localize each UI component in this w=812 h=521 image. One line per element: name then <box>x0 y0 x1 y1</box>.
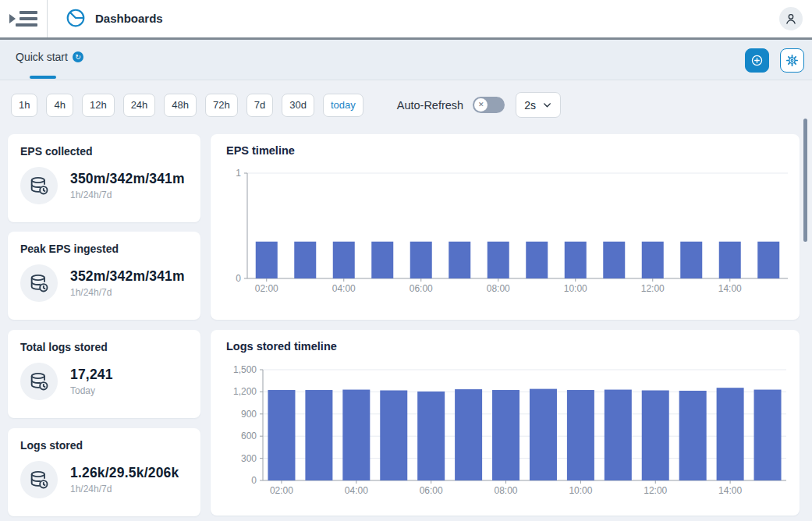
svg-text:06:00: 06:00 <box>410 283 433 294</box>
card-value: 350m/342m/341m <box>70 171 185 187</box>
card-title: Peak EPS ingested <box>20 243 188 255</box>
eps-timeline-panel: 0102:0004:0006:0008:0010:0012:0014:00 EP… <box>211 134 800 320</box>
svg-text:04:00: 04:00 <box>332 283 356 294</box>
refresh-interval-select[interactable]: 2s <box>516 92 561 118</box>
svg-text:10:00: 10:00 <box>569 485 592 496</box>
range-button-today[interactable]: today <box>323 94 363 117</box>
card-subtext: Today <box>70 385 113 396</box>
card-title: Logs stored <box>20 439 188 452</box>
logs-stored-timeline-chart: 03006009001,2001,50002:0004:0006:0008:00… <box>211 330 800 516</box>
card-logs-stored: Logs stored 1.26k/29.5k/206k 1h/24h/7d <box>8 428 200 516</box>
card-value: 352m/342m/341m <box>70 268 185 285</box>
vertical-scrollbar-thumb[interactable] <box>803 119 807 242</box>
live-refresh-badge-icon: ↻ <box>73 51 83 62</box>
svg-text:14:00: 14:00 <box>718 283 742 294</box>
svg-text:0: 0 <box>236 273 241 284</box>
range-button-1h[interactable]: 1h <box>11 94 37 117</box>
svg-text:1,500: 1,500 <box>233 364 257 375</box>
range-button-30d[interactable]: 30d <box>282 94 314 117</box>
svg-text:300: 300 <box>241 453 257 464</box>
svg-text:14:00: 14:00 <box>718 485 742 496</box>
range-button-72h[interactable]: 72h <box>205 94 238 117</box>
auto-refresh-label: Auto-Refresh <box>397 99 463 112</box>
range-button-48h[interactable]: 48h <box>164 94 197 117</box>
database-clock-icon <box>20 167 58 204</box>
header-divider <box>47 0 48 37</box>
svg-text:900: 900 <box>241 409 257 420</box>
tab-quick-start[interactable]: Quick start ↻ <box>16 51 83 63</box>
svg-text:12:00: 12:00 <box>641 283 665 294</box>
user-icon <box>784 11 798 27</box>
range-button-7d[interactable]: 7d <box>246 94 273 117</box>
page-title: Dashboards <box>95 12 163 25</box>
card-subtext: 1h/24h/7d <box>70 190 185 200</box>
svg-text:10:00: 10:00 <box>564 283 587 294</box>
range-button-12h[interactable]: 12h <box>82 94 115 117</box>
card-value: 1.26k/29.5k/206k <box>70 465 179 481</box>
svg-text:1,200: 1,200 <box>233 386 257 397</box>
add-dashboard-button[interactable] <box>745 48 769 73</box>
svg-text:06:00: 06:00 <box>420 485 443 496</box>
card-value: 17,241 <box>70 367 113 383</box>
user-avatar-button[interactable] <box>779 7 803 30</box>
card-title: Total logs stored <box>20 341 188 353</box>
time-range-toolbar: 1h 4h 12h 24h 48h 72h 7d 30d today Auto-… <box>11 92 561 118</box>
card-peak-eps-ingested: Peak EPS ingested 352m/342m/341m 1h/24h/… <box>8 232 200 320</box>
svg-text:08:00: 08:00 <box>495 485 518 496</box>
svg-text:04:00: 04:00 <box>345 485 368 496</box>
card-eps-collected: EPS collected 350m/342m/341m 1h/24h/7d <box>8 134 200 222</box>
gear-icon <box>785 53 799 68</box>
active-tab-indicator <box>30 76 56 79</box>
top-header: Dashboards <box>0 0 812 37</box>
chart-title: EPS timeline <box>226 144 295 157</box>
sidebar-toggle-button[interactable] <box>9 9 37 29</box>
range-button-4h[interactable]: 4h <box>46 94 73 117</box>
app-window: Dashboards Quick start ↻ <box>0 0 812 521</box>
svg-text:600: 600 <box>241 431 257 441</box>
svg-text:1: 1 <box>236 168 241 179</box>
database-clock-icon <box>20 461 58 498</box>
tab-label: Quick start <box>16 51 68 63</box>
range-button-24h[interactable]: 24h <box>123 94 156 117</box>
database-clock-icon <box>20 264 58 302</box>
tab-actions <box>745 48 804 73</box>
circle-plus-icon <box>750 53 764 68</box>
auto-refresh-toggle[interactable]: ✕ <box>473 97 505 113</box>
database-clock-icon <box>20 363 58 400</box>
chart-title: Logs stored timeline <box>226 340 337 353</box>
toggle-off-x-icon: ✕ <box>474 98 488 112</box>
sidebar-toggle-icon <box>9 14 16 23</box>
svg-text:02:00: 02:00 <box>255 283 278 294</box>
chevron-down-icon <box>542 100 552 110</box>
logs-stored-timeline-panel: 03006009001,2001,50002:0004:0006:0008:00… <box>211 330 800 516</box>
pie-chart-icon <box>66 8 86 28</box>
svg-text:0: 0 <box>251 475 257 486</box>
card-title: EPS collected <box>20 145 188 158</box>
eps-timeline-chart: 0102:0004:0006:0008:0010:0012:0014:00 <box>211 134 800 320</box>
svg-text:12:00: 12:00 <box>644 485 667 496</box>
svg-text:08:00: 08:00 <box>487 283 510 294</box>
dashboard-tabbar: Quick start ↻ <box>0 40 812 80</box>
dashboard-settings-button[interactable] <box>780 48 804 73</box>
svg-text:02:00: 02:00 <box>270 485 293 496</box>
card-subtext: 1h/24h/7d <box>70 287 185 298</box>
brand: Dashboards <box>66 8 163 28</box>
card-subtext: 1h/24h/7d <box>70 484 179 494</box>
card-total-logs-stored: Total logs stored 17,241 Today <box>8 330 200 418</box>
